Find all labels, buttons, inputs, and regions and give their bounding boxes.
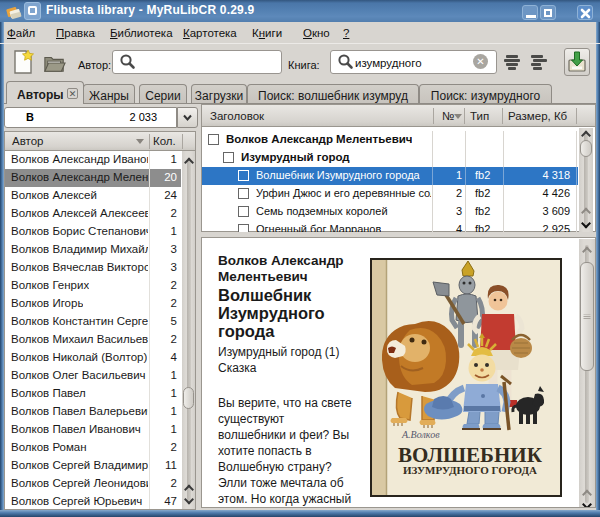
svg-text:А.Волков: А.Волков — [401, 429, 440, 440]
svg-text:ИЗУМРУДНОГО ГОРОДА: ИЗУМРУДНОГО ГОРОДА — [403, 464, 537, 476]
